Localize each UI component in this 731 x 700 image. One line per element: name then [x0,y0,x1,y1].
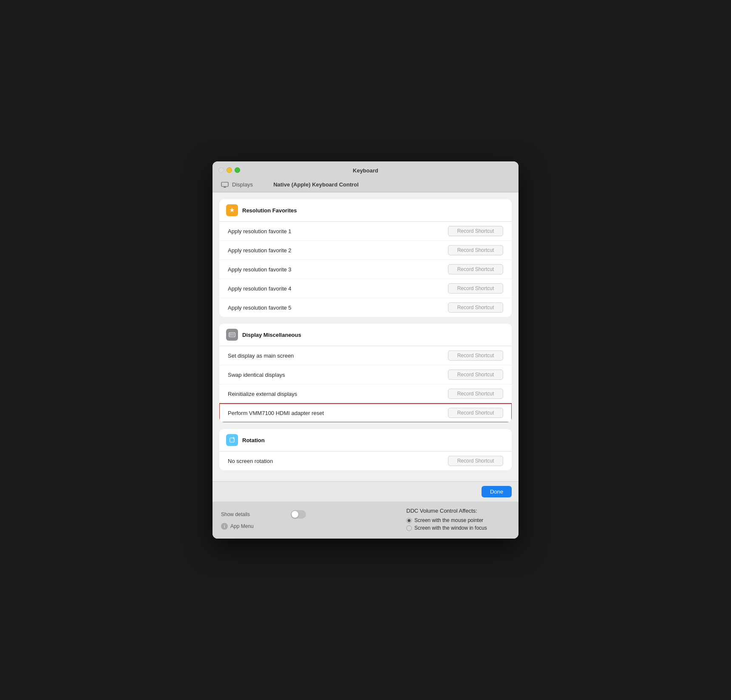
displays-label[interactable]: Displays [232,181,253,188]
toolbar-section-title: Native (Apple) Keyboard Control [273,181,359,188]
displays-icon [221,182,229,188]
traffic-lights [218,167,240,173]
shortcut-label: Apply resolution favorite 3 [228,266,292,273]
record-shortcut-button[interactable]: Record Shortcut [448,264,503,274]
svg-rect-0 [221,182,228,186]
app-menu-label[interactable]: App Menu [230,523,254,529]
shortcut-row: No screen rotation Record Shortcut [219,452,512,470]
svg-rect-7 [230,335,231,336]
rotation-icon [226,434,238,446]
shortcut-label: Apply resolution favorite 2 [228,247,292,254]
radio-label-2: Screen with the window in focus [414,525,487,531]
record-shortcut-button[interactable]: Record Shortcut [448,283,503,294]
shortcut-label: Apply resolution favorite 5 [228,305,292,311]
toolbar: Displays Native (Apple) Keyboard Control [212,178,518,192]
window-title: Keyboard [353,167,378,174]
toggle-knob [292,511,298,518]
resolution-favorites-header: Resolution Favorites [219,199,512,222]
titlebar: Keyboard [212,161,518,178]
svg-rect-4 [230,334,231,335]
radio-row-1: Screen with the mouse pointer [406,517,487,523]
shortcut-row: Set display as main screen Record Shortc… [219,346,512,365]
svg-rect-9 [233,335,234,336]
ddc-title: DDC Volume Control Affects: [406,508,487,514]
app-menu-icon: i [221,523,228,530]
shortcut-label: Perform VMM7100 HDMI adapter reset [228,410,324,416]
done-button[interactable]: Done [482,486,512,497]
shortcut-row: Apply resolution favorite 2 Record Short… [219,241,512,260]
close-button[interactable] [218,167,224,173]
display-miscellaneous-card: Display Miscellaneous Set display as mai… [219,324,512,422]
record-shortcut-button[interactable]: Record Shortcut [448,226,503,236]
record-shortcut-button[interactable]: Record Shortcut [448,350,503,361]
record-shortcut-button[interactable]: Record Shortcut [448,302,503,313]
highlighted-shortcut-row: Perform VMM7100 HDMI adapter reset Recor… [219,404,512,422]
record-shortcut-button[interactable]: Record Shortcut [448,370,503,380]
resolution-favorites-items: Apply resolution favorite 1 Record Short… [219,222,512,317]
rotation-header: Rotation [219,429,512,452]
shortcut-label: Set display as main screen [228,353,294,359]
app-menu-row: i App Menu [221,521,306,531]
shortcut-label: Reinitialize external displays [228,391,297,397]
keyboard-window: Keyboard Displays Native (Apple) Keyboar… [212,161,518,539]
main-content: Resolution Favorites Apply resolution fa… [212,192,518,481]
minimize-button[interactable] [227,167,232,173]
show-details-label: Show details [221,511,250,517]
display-miscellaneous-header: Display Miscellaneous [219,324,512,346]
show-details-row: Show details [221,508,306,521]
radio-label-1: Screen with the mouse pointer [414,517,483,523]
show-details-toggle[interactable] [291,510,306,519]
shortcut-label: Apply resolution favorite 4 [228,285,292,292]
radio-row-2: Screen with the window in focus [406,525,487,531]
svg-rect-3 [229,333,235,337]
keyboard-icon [226,329,238,341]
rotation-title: Rotation [242,437,265,443]
shortcut-row: Reinitialize external displays Record Sh… [219,384,512,404]
display-miscellaneous-items: Set display as main screen Record Shortc… [219,346,512,422]
shortcut-label: Apply resolution favorite 1 [228,228,292,234]
rotation-items: No screen rotation Record Shortcut [219,452,512,470]
rotation-card: Rotation No screen rotation Record Short… [219,429,512,470]
display-miscellaneous-title: Display Miscellaneous [242,332,301,338]
svg-rect-5 [232,334,232,335]
resolution-favorites-title: Resolution Favorites [242,207,297,214]
svg-rect-8 [232,335,232,336]
record-shortcut-button[interactable]: Record Shortcut [448,456,503,466]
shortcut-row: Apply resolution favorite 3 Record Short… [219,260,512,279]
maximize-button[interactable] [235,167,240,173]
resolution-favorites-card: Resolution Favorites Apply resolution fa… [219,199,512,317]
record-shortcut-button[interactable]: Record Shortcut [448,245,503,255]
radio-button-1[interactable] [406,518,412,523]
record-shortcut-button[interactable]: Record Shortcut [448,389,503,399]
shortcut-row: Apply resolution favorite 5 Record Short… [219,298,512,317]
background-content: Show details i App Menu DDC Volume Contr… [212,502,518,539]
star-icon [226,204,238,216]
shortcut-row: Apply resolution favorite 1 Record Short… [219,222,512,241]
shortcut-row: Swap identical displays Record Shortcut [219,365,512,384]
radio-button-2[interactable] [406,525,412,531]
ddc-section: DDC Volume Control Affects: Screen with … [406,508,487,533]
svg-rect-6 [233,334,234,335]
shortcut-label: Swap identical displays [228,372,285,378]
footer: Done [212,481,518,502]
shortcut-label: No screen rotation [228,458,273,464]
record-shortcut-button[interactable]: Record Shortcut [448,408,503,418]
shortcut-row: Apply resolution favorite 4 Record Short… [219,279,512,298]
